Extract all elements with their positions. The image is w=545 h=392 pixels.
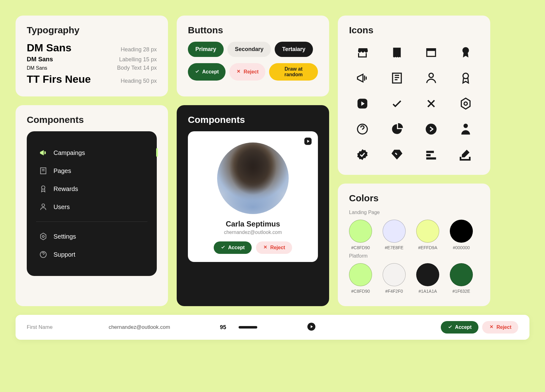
swatch-hex: #E7E8FE xyxy=(385,245,403,250)
accept-button[interactable]: Accept xyxy=(441,321,478,334)
color-swatch[interactable] xyxy=(450,263,473,286)
typography-row: DM Sans Heading 28 px xyxy=(27,42,157,54)
svg-point-7 xyxy=(426,124,437,135)
sidebar-item-label: Campaings xyxy=(54,149,85,156)
buttons-card: Buttons Primary Secondary Tertaiary Acce… xyxy=(177,16,329,96)
components-title: Components xyxy=(27,114,157,125)
components-profile-card: Components Carla Septimus chernandez@out… xyxy=(177,105,329,306)
swatch-row: #C8FD90 #F4F2F0 #1A1A1A #1F632E xyxy=(349,263,479,294)
typography-row: TT Firs Neue Heading 50 px xyxy=(27,73,157,85)
profile-email: chernandez@outlook.com xyxy=(195,230,310,235)
font-spec: Body Text 14 px xyxy=(117,65,157,71)
reject-button[interactable]: Reject xyxy=(229,63,265,81)
bars-icon xyxy=(423,147,439,162)
sidebar-panel: Campaings Pages Rewards Users Settings xyxy=(27,131,157,276)
svg-point-13 xyxy=(42,186,45,189)
color-swatch[interactable] xyxy=(416,220,439,243)
font-spec: Labelling 15 px xyxy=(119,56,157,63)
typography-row: DM Sans Body Text 14 px xyxy=(27,65,157,71)
close-icon xyxy=(423,96,439,111)
accept-label: Accept xyxy=(202,69,219,75)
pie-icon xyxy=(389,121,405,137)
ribbon-icon xyxy=(39,185,47,193)
accept-label: Accept xyxy=(455,324,472,330)
svg-point-14 xyxy=(42,204,45,207)
verified-icon xyxy=(355,147,370,162)
accept-button[interactable]: Accept xyxy=(188,63,226,81)
sidebar-item-label: Pages xyxy=(54,167,71,175)
check-icon xyxy=(221,245,226,251)
play-icon[interactable] xyxy=(307,322,316,332)
bottom-email: chernandez@outlook.com xyxy=(109,324,170,330)
font-family: TT Firs Neue xyxy=(27,73,91,85)
color-swatch[interactable] xyxy=(383,220,406,243)
sidebar-item-label: Rewards xyxy=(54,185,78,193)
svg-point-3 xyxy=(463,73,468,79)
diamond-icon xyxy=(389,147,405,162)
swatch-hex: #1F632E xyxy=(453,289,470,294)
reject-label: Reject xyxy=(244,69,259,75)
sidebar-item-pages[interactable]: Pages xyxy=(36,162,147,180)
colors-group-label: Landing Page xyxy=(349,210,479,215)
first-name-label: First Name xyxy=(27,324,53,330)
window-icon xyxy=(423,45,439,60)
profile-card: Carla Septimus chernandez@outlook.com Ac… xyxy=(188,131,318,262)
slider-track[interactable] xyxy=(239,326,257,329)
check-icon xyxy=(448,324,453,330)
draw-random-button[interactable]: Draw at random xyxy=(269,63,318,81)
ribbon-icon xyxy=(458,70,473,86)
help-icon xyxy=(355,121,370,137)
megaphone-icon xyxy=(355,70,370,86)
play-icon xyxy=(355,96,370,111)
swatch-hex: #F4F2F0 xyxy=(385,289,403,294)
color-swatch[interactable] xyxy=(450,220,473,243)
gear-icon xyxy=(39,232,47,240)
svg-point-8 xyxy=(463,124,468,128)
swatch-hex: #EFFD9A xyxy=(418,245,437,250)
tertiary-button[interactable]: Tertaiary xyxy=(275,42,313,57)
font-family: DM Sans xyxy=(27,42,72,54)
secondary-button[interactable]: Secondary xyxy=(227,42,271,57)
color-swatch[interactable] xyxy=(416,263,439,286)
reject-button[interactable]: Reject xyxy=(482,321,518,334)
colors-card: Colors Landing Page #C8FD90 #E7E8FE #EFF… xyxy=(338,184,490,306)
font-spec: Heading 28 px xyxy=(121,46,157,53)
icons-card: Icons xyxy=(338,16,490,175)
color-swatch[interactable] xyxy=(349,263,372,286)
sidebar-item-support[interactable]: Support xyxy=(36,245,147,264)
swatch-hex: #C8FD90 xyxy=(351,289,370,294)
page-icon xyxy=(389,70,405,86)
sidebar-item-label: Settings xyxy=(54,233,76,240)
accept-button[interactable]: Accept xyxy=(214,241,251,254)
user-icon xyxy=(423,70,439,86)
components-sidebar-card: Components Campaings Pages Rewards Users xyxy=(16,105,168,306)
buttons-title: Buttons xyxy=(188,25,318,35)
active-indicator xyxy=(156,148,158,157)
color-swatch[interactable] xyxy=(349,220,372,243)
sidebar-item-settings[interactable]: Settings xyxy=(36,227,147,245)
reject-label: Reject xyxy=(270,245,285,250)
close-icon xyxy=(236,69,241,75)
reject-button[interactable]: Reject xyxy=(256,241,292,254)
close-icon xyxy=(489,324,494,330)
font-family: DM Sans xyxy=(27,56,53,63)
svg-point-0 xyxy=(462,47,469,54)
svg-rect-10 xyxy=(426,154,431,156)
play-icon[interactable] xyxy=(304,137,312,147)
sidebar-item-rewards[interactable]: Rewards xyxy=(36,180,147,198)
primary-button[interactable]: Primary xyxy=(188,42,224,57)
typography-row: DM Sans Labelling 15 px xyxy=(27,56,157,63)
icons-title: Icons xyxy=(349,25,479,35)
colors-group-label: Platform xyxy=(349,253,479,259)
help-icon xyxy=(39,250,47,259)
svg-point-15 xyxy=(42,236,44,238)
sidebar-item-label: Support xyxy=(54,251,75,258)
svg-rect-11 xyxy=(426,157,436,160)
avatar xyxy=(217,142,289,214)
sidebar-item-users[interactable]: Users xyxy=(36,198,147,216)
components-title: Components xyxy=(188,114,318,125)
sidebar-item-campaigns[interactable]: Campaings xyxy=(36,144,147,162)
badge-solid-icon xyxy=(458,45,473,60)
color-swatch[interactable] xyxy=(383,263,406,286)
profile-name: Carla Septimus xyxy=(195,220,310,228)
